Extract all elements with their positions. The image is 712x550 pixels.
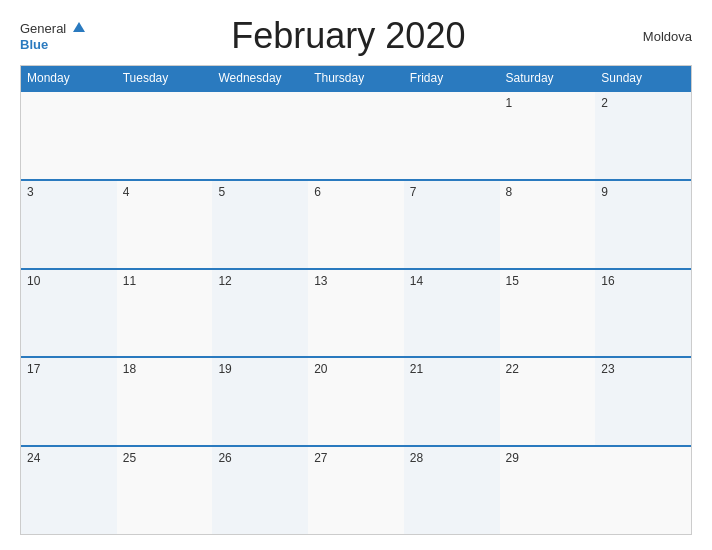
day-number: 18 (123, 362, 136, 376)
day-16: 16 (595, 270, 691, 357)
calendar-body: 1234567891011121314151617181920212223242… (21, 90, 691, 534)
calendar: Monday Tuesday Wednesday Thursday Friday… (20, 65, 692, 535)
day-number: 15 (506, 274, 519, 288)
day-10: 10 (21, 270, 117, 357)
day-13: 13 (308, 270, 404, 357)
calendar-week-1: 12 (21, 90, 691, 179)
day-24: 24 (21, 447, 117, 534)
calendar-week-2: 3456789 (21, 179, 691, 268)
day-number: 4 (123, 185, 130, 199)
day-number: 13 (314, 274, 327, 288)
day-20: 20 (308, 358, 404, 445)
day-9: 9 (595, 181, 691, 268)
day-number: 29 (506, 451, 519, 465)
day-number: 19 (218, 362, 231, 376)
header-sunday: Sunday (595, 66, 691, 90)
day-number: 9 (601, 185, 608, 199)
day-17: 17 (21, 358, 117, 445)
empty-cell-0-0 (21, 92, 117, 179)
day-14: 14 (404, 270, 500, 357)
day-12: 12 (212, 270, 308, 357)
country-label: Moldova (612, 29, 692, 44)
day-29: 29 (500, 447, 596, 534)
day-number: 7 (410, 185, 417, 199)
day-number: 21 (410, 362, 423, 376)
calendar-week-5: 242526272829 (21, 445, 691, 534)
day-6: 6 (308, 181, 404, 268)
day-25: 25 (117, 447, 213, 534)
header-monday: Monday (21, 66, 117, 90)
day-number: 14 (410, 274, 423, 288)
empty-cell-4-6 (595, 447, 691, 534)
day-number: 25 (123, 451, 136, 465)
day-number: 11 (123, 274, 136, 288)
day-28: 28 (404, 447, 500, 534)
day-number: 26 (218, 451, 231, 465)
calendar-title: February 2020 (85, 15, 612, 57)
day-number: 28 (410, 451, 423, 465)
day-2: 2 (595, 92, 691, 179)
day-number: 10 (27, 274, 40, 288)
calendar-week-4: 17181920212223 (21, 356, 691, 445)
empty-cell-0-2 (212, 92, 308, 179)
day-number: 22 (506, 362, 519, 376)
header-tuesday: Tuesday (117, 66, 213, 90)
day-5: 5 (212, 181, 308, 268)
day-26: 26 (212, 447, 308, 534)
day-4: 4 (117, 181, 213, 268)
day-18: 18 (117, 358, 213, 445)
day-number: 24 (27, 451, 40, 465)
day-11: 11 (117, 270, 213, 357)
day-number: 5 (218, 185, 225, 199)
day-8: 8 (500, 181, 596, 268)
empty-cell-0-4 (404, 92, 500, 179)
day-number: 16 (601, 274, 614, 288)
day-27: 27 (308, 447, 404, 534)
logo-triangle-icon (73, 22, 85, 32)
calendar-header: Monday Tuesday Wednesday Thursday Friday… (21, 66, 691, 90)
header-thursday: Thursday (308, 66, 404, 90)
day-number: 2 (601, 96, 608, 110)
logo-blue-text: Blue (20, 37, 48, 52)
day-number: 8 (506, 185, 513, 199)
day-7: 7 (404, 181, 500, 268)
header-wednesday: Wednesday (212, 66, 308, 90)
day-23: 23 (595, 358, 691, 445)
empty-cell-0-1 (117, 92, 213, 179)
day-number: 17 (27, 362, 40, 376)
calendar-week-3: 10111213141516 (21, 268, 691, 357)
day-19: 19 (212, 358, 308, 445)
header: General Blue February 2020 Moldova (20, 15, 692, 57)
day-number: 27 (314, 451, 327, 465)
day-3: 3 (21, 181, 117, 268)
logo: General Blue (20, 20, 85, 52)
day-number: 23 (601, 362, 614, 376)
day-1: 1 (500, 92, 596, 179)
empty-cell-0-3 (308, 92, 404, 179)
day-number: 12 (218, 274, 231, 288)
header-saturday: Saturday (500, 66, 596, 90)
header-friday: Friday (404, 66, 500, 90)
day-number: 1 (506, 96, 513, 110)
logo-general-text: General (20, 21, 66, 36)
page: General Blue February 2020 Moldova Monda… (0, 0, 712, 550)
day-15: 15 (500, 270, 596, 357)
day-21: 21 (404, 358, 500, 445)
logo-line1: General (20, 20, 85, 36)
day-number: 3 (27, 185, 34, 199)
day-22: 22 (500, 358, 596, 445)
day-number: 6 (314, 185, 321, 199)
day-number: 20 (314, 362, 327, 376)
